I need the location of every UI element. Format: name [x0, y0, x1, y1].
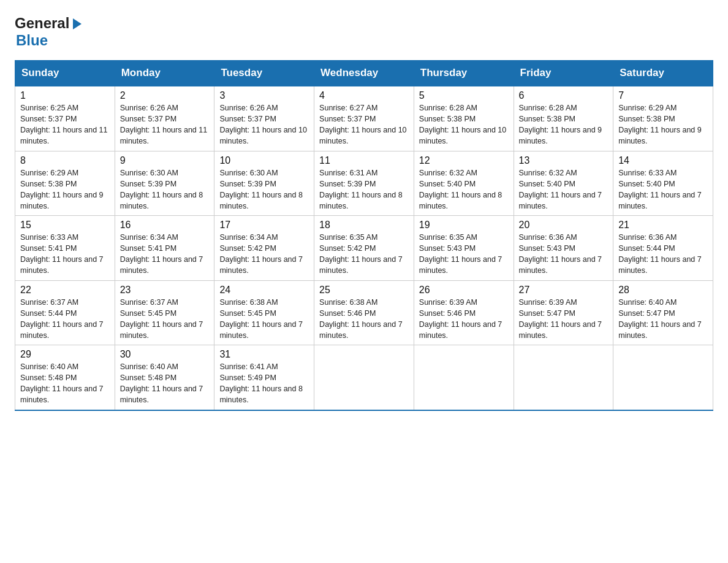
day-info: Sunrise: 6:34 AMSunset: 5:42 PMDaylight:…	[219, 232, 309, 277]
day-cell: 23Sunrise: 6:37 AMSunset: 5:45 PMDayligh…	[115, 280, 214, 345]
day-cell: 6Sunrise: 6:28 AMSunset: 5:38 PMDaylight…	[514, 86, 613, 151]
day-info: Sunrise: 6:39 AMSunset: 5:47 PMDaylight:…	[519, 297, 609, 342]
day-cell: 8Sunrise: 6:29 AMSunset: 5:38 PMDaylight…	[15, 151, 115, 216]
day-number: 3	[219, 90, 309, 101]
day-info: Sunrise: 6:29 AMSunset: 5:38 PMDaylight:…	[20, 167, 110, 212]
day-cell: 31Sunrise: 6:41 AMSunset: 5:49 PMDayligh…	[214, 345, 314, 410]
day-cell: 11Sunrise: 6:31 AMSunset: 5:39 PMDayligh…	[314, 151, 414, 216]
calendar-table: SundayMondayTuesdayWednesdayThursdayFrid…	[15, 60, 713, 411]
calendar-header-row: SundayMondayTuesdayWednesdayThursdayFrid…	[15, 61, 713, 86]
day-cell: 1Sunrise: 6:25 AMSunset: 5:37 PMDaylight…	[15, 86, 115, 151]
day-number: 23	[120, 285, 210, 296]
day-number: 26	[419, 285, 509, 296]
page-header: General Blue	[15, 15, 713, 49]
day-number: 2	[120, 90, 210, 101]
day-number: 11	[319, 155, 409, 166]
day-cell: 9Sunrise: 6:30 AMSunset: 5:39 PMDaylight…	[115, 151, 214, 216]
day-cell: 27Sunrise: 6:39 AMSunset: 5:47 PMDayligh…	[514, 280, 613, 345]
day-number: 13	[519, 155, 609, 166]
day-number: 16	[120, 220, 210, 231]
day-cell: 28Sunrise: 6:40 AMSunset: 5:47 PMDayligh…	[613, 280, 713, 345]
day-number: 10	[219, 155, 309, 166]
day-number: 28	[618, 285, 708, 296]
day-info: Sunrise: 6:30 AMSunset: 5:39 PMDaylight:…	[219, 167, 309, 212]
day-cell: 26Sunrise: 6:39 AMSunset: 5:46 PMDayligh…	[414, 280, 514, 345]
day-cell: 24Sunrise: 6:38 AMSunset: 5:45 PMDayligh…	[214, 280, 314, 345]
day-cell	[613, 345, 713, 410]
day-cell: 16Sunrise: 6:34 AMSunset: 5:41 PMDayligh…	[115, 216, 214, 281]
day-info: Sunrise: 6:30 AMSunset: 5:39 PMDaylight:…	[120, 167, 210, 212]
day-cell: 18Sunrise: 6:35 AMSunset: 5:42 PMDayligh…	[314, 216, 414, 281]
day-number: 5	[419, 90, 509, 101]
week-row-5: 29Sunrise: 6:40 AMSunset: 5:48 PMDayligh…	[15, 345, 713, 410]
day-info: Sunrise: 6:37 AMSunset: 5:44 PMDaylight:…	[20, 297, 110, 342]
day-cell	[414, 345, 514, 410]
day-info: Sunrise: 6:35 AMSunset: 5:43 PMDaylight:…	[419, 232, 509, 277]
week-row-3: 15Sunrise: 6:33 AMSunset: 5:41 PMDayligh…	[15, 216, 713, 281]
day-number: 31	[219, 349, 309, 360]
day-number: 24	[219, 285, 309, 296]
day-info: Sunrise: 6:40 AMSunset: 5:48 PMDaylight:…	[20, 361, 110, 406]
week-row-2: 8Sunrise: 6:29 AMSunset: 5:38 PMDaylight…	[15, 151, 713, 216]
day-number: 15	[20, 220, 110, 231]
col-header-monday: Monday	[115, 61, 214, 86]
calendar-body: 1Sunrise: 6:25 AMSunset: 5:37 PMDaylight…	[15, 86, 713, 410]
day-info: Sunrise: 6:41 AMSunset: 5:49 PMDaylight:…	[219, 361, 309, 406]
day-number: 25	[319, 285, 409, 296]
day-number: 12	[419, 155, 509, 166]
day-info: Sunrise: 6:29 AMSunset: 5:38 PMDaylight:…	[618, 102, 708, 147]
day-number: 20	[519, 220, 609, 231]
day-number: 22	[20, 285, 110, 296]
day-cell	[314, 345, 414, 410]
day-info: Sunrise: 6:33 AMSunset: 5:41 PMDaylight:…	[20, 232, 110, 277]
day-info: Sunrise: 6:36 AMSunset: 5:43 PMDaylight:…	[519, 232, 609, 277]
day-info: Sunrise: 6:36 AMSunset: 5:44 PMDaylight:…	[618, 232, 708, 277]
day-number: 21	[618, 220, 708, 231]
day-info: Sunrise: 6:40 AMSunset: 5:48 PMDaylight:…	[120, 361, 210, 406]
day-number: 18	[319, 220, 409, 231]
day-cell: 21Sunrise: 6:36 AMSunset: 5:44 PMDayligh…	[613, 216, 713, 281]
day-info: Sunrise: 6:32 AMSunset: 5:40 PMDaylight:…	[519, 167, 609, 212]
day-number: 14	[618, 155, 708, 166]
col-header-thursday: Thursday	[414, 61, 514, 86]
day-info: Sunrise: 6:38 AMSunset: 5:46 PMDaylight:…	[319, 297, 409, 342]
day-cell: 10Sunrise: 6:30 AMSunset: 5:39 PMDayligh…	[214, 151, 314, 216]
day-number: 1	[20, 90, 110, 101]
day-cell: 12Sunrise: 6:32 AMSunset: 5:40 PMDayligh…	[414, 151, 514, 216]
day-number: 17	[219, 220, 309, 231]
logo-arrow-icon	[70, 17, 83, 31]
day-info: Sunrise: 6:26 AMSunset: 5:37 PMDaylight:…	[219, 102, 309, 147]
day-info: Sunrise: 6:38 AMSunset: 5:45 PMDaylight:…	[219, 297, 309, 342]
col-header-tuesday: Tuesday	[214, 61, 314, 86]
day-info: Sunrise: 6:25 AMSunset: 5:37 PMDaylight:…	[20, 102, 110, 147]
day-info: Sunrise: 6:40 AMSunset: 5:47 PMDaylight:…	[618, 297, 708, 342]
logo-blue: Blue	[16, 32, 48, 48]
day-cell	[514, 345, 613, 410]
day-cell: 4Sunrise: 6:27 AMSunset: 5:37 PMDaylight…	[314, 86, 414, 151]
day-cell: 17Sunrise: 6:34 AMSunset: 5:42 PMDayligh…	[214, 216, 314, 281]
day-number: 19	[419, 220, 509, 231]
day-cell: 22Sunrise: 6:37 AMSunset: 5:44 PMDayligh…	[15, 280, 115, 345]
day-cell: 30Sunrise: 6:40 AMSunset: 5:48 PMDayligh…	[115, 345, 214, 410]
day-info: Sunrise: 6:39 AMSunset: 5:46 PMDaylight:…	[419, 297, 509, 342]
day-cell: 13Sunrise: 6:32 AMSunset: 5:40 PMDayligh…	[514, 151, 613, 216]
col-header-friday: Friday	[514, 61, 613, 86]
day-number: 30	[120, 349, 210, 360]
col-header-wednesday: Wednesday	[314, 61, 414, 86]
week-row-1: 1Sunrise: 6:25 AMSunset: 5:37 PMDaylight…	[15, 86, 713, 151]
day-number: 4	[319, 90, 409, 101]
day-info: Sunrise: 6:32 AMSunset: 5:40 PMDaylight:…	[419, 167, 509, 212]
day-cell: 2Sunrise: 6:26 AMSunset: 5:37 PMDaylight…	[115, 86, 214, 151]
day-cell: 7Sunrise: 6:29 AMSunset: 5:38 PMDaylight…	[613, 86, 713, 151]
logo: General Blue	[15, 15, 83, 49]
logo-general: General	[15, 15, 69, 32]
day-number: 9	[120, 155, 210, 166]
day-cell: 3Sunrise: 6:26 AMSunset: 5:37 PMDaylight…	[214, 86, 314, 151]
day-number: 8	[20, 155, 110, 166]
day-number: 7	[618, 90, 708, 101]
day-info: Sunrise: 6:33 AMSunset: 5:40 PMDaylight:…	[618, 167, 708, 212]
col-header-saturday: Saturday	[613, 61, 713, 86]
day-info: Sunrise: 6:37 AMSunset: 5:45 PMDaylight:…	[120, 297, 210, 342]
day-info: Sunrise: 6:27 AMSunset: 5:37 PMDaylight:…	[319, 102, 409, 147]
day-cell: 5Sunrise: 6:28 AMSunset: 5:38 PMDaylight…	[414, 86, 514, 151]
